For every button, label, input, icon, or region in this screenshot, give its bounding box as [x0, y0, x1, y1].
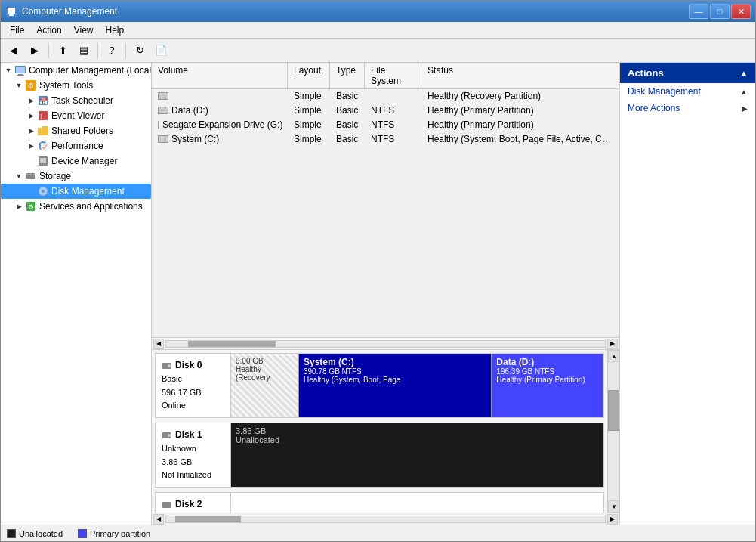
sidebar-item-storage[interactable]: ▼ Storage — [1, 169, 151, 184]
cell-volume-1 — [152, 91, 288, 101]
menu-file[interactable]: File — [4, 23, 30, 37]
disk-2-title: Disk 2 — [162, 497, 224, 512]
disk-icon-1 — [158, 92, 168, 100]
menu-view[interactable]: View — [68, 23, 100, 37]
close-button[interactable]: ✕ — [731, 4, 751, 19]
sidebar-item-shared-folders[interactable]: ▶ Shared Folders — [1, 123, 151, 138]
vscroll-track[interactable] — [608, 362, 619, 500]
sidebar-item-event-viewer[interactable]: ▶ ! Event Viewer — [1, 108, 151, 123]
sidebar-item-system-tools[interactable]: ▼ ⚙ System Tools — [1, 78, 151, 93]
col-volume[interactable]: Volume — [152, 63, 288, 88]
svg-rect-5 — [18, 74, 23, 75]
toolbar-separator-2 — [97, 43, 98, 58]
menubar: File Action View Help — [1, 22, 755, 39]
system-partition-size: 390.78 GB NTFS — [304, 367, 486, 376]
disk-1-icon — [162, 430, 172, 441]
disk-management-label: Disk Management — [51, 186, 125, 197]
disk-0-data-partition[interactable]: Data (D:) 196.39 GB NTFS Healthy (Primar… — [492, 354, 603, 417]
hscroll-right-button[interactable]: ▶ — [607, 339, 618, 349]
menu-action[interactable]: Action — [30, 23, 67, 37]
refresh-button[interactable]: ↻ — [130, 42, 150, 60]
menu-help[interactable]: Help — [100, 23, 131, 37]
table-row[interactable]: Data (D:) Simple Basic NTFS Healthy (Pri… — [152, 104, 619, 118]
disk-2-partitions — [231, 493, 603, 513]
cell-status-1: Healthy (Recovery Partition) — [421, 89, 619, 103]
actions-more-label: More Actions — [628, 103, 680, 113]
storage-icon — [25, 170, 37, 182]
show-hide-button[interactable]: ▤ — [74, 42, 94, 60]
col-type[interactable]: Type — [330, 63, 365, 88]
table-header: Volume Layout Type File System Status — [152, 63, 619, 89]
vscroll-down-button[interactable]: ▼ — [608, 500, 619, 513]
disk-view-container: Disk 0 Basic 596.17 GB Online 9.00 GB He… — [152, 350, 619, 513]
main-hscroll-track[interactable] — [165, 516, 606, 523]
table-row[interactable]: Seagate Expansion Drive (G:) Simple Basi… — [152, 118, 619, 132]
unalloc-label: Unallocated — [236, 435, 598, 444]
hscroll-track[interactable] — [165, 340, 606, 348]
window-title: Computer Management — [22, 6, 689, 17]
titlebar: Computer Management — □ ✕ — [1, 1, 755, 22]
sidebar-item-services-apps[interactable]: ▶ ⚙ Services and Applications — [1, 199, 151, 214]
svg-point-20 — [42, 190, 45, 193]
help-button[interactable]: ? — [102, 42, 122, 60]
sidebar-item-task-scheduler[interactable]: ▶ 📅 Task Scheduler — [1, 93, 151, 108]
actions-header[interactable]: Actions ▲ — [620, 63, 755, 83]
expand-arrow-task-scheduler: ▶ — [25, 94, 37, 107]
table-area: Volume Layout Type File System Status Si… — [152, 63, 619, 350]
export-button[interactable]: 📄 — [151, 42, 171, 60]
content-area: Volume Layout Type File System Status Si… — [152, 63, 619, 525]
toolbar-separator-1 — [48, 43, 49, 58]
expand-arrow-event-viewer: ▶ — [25, 110, 37, 122]
up-button[interactable]: ⬆ — [53, 42, 73, 60]
legend-unalloc-box — [7, 529, 16, 538]
table-row[interactable]: Simple Basic Healthy (Recovery Partition… — [152, 89, 619, 104]
col-filesystem[interactable]: File System — [365, 63, 421, 88]
cell-status-2: Healthy (Primary Partition) — [421, 104, 619, 117]
forward-button[interactable]: ▶ — [25, 42, 45, 60]
maximize-button[interactable]: □ — [710, 4, 730, 19]
sidebar: ▼ Computer Management (Local ▼ ⚙ System … — [1, 63, 151, 525]
legend-primary-label: Primary partition — [90, 529, 150, 538]
actions-disk-management-label: Disk Management — [628, 86, 701, 97]
vscroll-up-button[interactable]: ▲ — [608, 350, 619, 362]
sidebar-item-device-manager[interactable]: ▶ Device Manager — [1, 153, 151, 169]
actions-more-actions-item[interactable]: More Actions ▶ — [620, 100, 755, 116]
legend-unalloc-label: Unallocated — [19, 529, 63, 538]
disk-1-unalloc-partition[interactable]: 3.86 GB Unallocated — [231, 423, 603, 487]
disk-0-info: Disk 0 Basic 596.17 GB Online — [156, 354, 231, 417]
disk-0-row: Disk 0 Basic 596.17 GB Online 9.00 GB He… — [155, 353, 604, 418]
svg-point-26 — [168, 434, 171, 437]
disk-view-vscrollbar: ▲ ▼ — [607, 350, 619, 513]
cell-layout-2: Simple — [288, 104, 330, 117]
shared-folders-icon — [37, 125, 49, 137]
svg-rect-2 — [9, 14, 14, 16]
disk-0-system-partition[interactable]: System (C:) 390.78 GB NTFS Healthy (Syst… — [299, 354, 492, 417]
cell-fs-2: NTFS — [365, 104, 421, 117]
expand-arrow-services-apps: ▶ — [13, 200, 25, 212]
main-hscroll-right-button[interactable]: ▶ — [607, 514, 618, 525]
table-row[interactable]: System (C:) Simple Basic NTFS Healthy (S… — [152, 132, 619, 147]
col-status[interactable]: Status — [421, 63, 619, 88]
sidebar-item-root[interactable]: ▼ Computer Management (Local — [1, 63, 151, 78]
svg-text:⚙: ⚙ — [27, 82, 34, 90]
col-layout[interactable]: Layout — [288, 63, 330, 88]
disk-0-recovery-partition[interactable]: 9.00 GB Healthy (Recovery — [231, 354, 299, 417]
sidebar-item-disk-management[interactable]: ▶ Disk Management — [1, 184, 151, 199]
table-hscrollbar: ◀ ▶ — [152, 337, 619, 349]
cell-volume-3: Seagate Expansion Drive (G:) — [152, 118, 288, 132]
disk-2-icon — [162, 500, 172, 510]
app-icon — [5, 5, 17, 17]
disk-1-type: Unknown — [162, 442, 224, 456]
actions-disk-management-item[interactable]: Disk Management ▲ — [620, 83, 755, 100]
hscroll-left-button[interactable]: ◀ — [153, 339, 164, 349]
minimize-button[interactable]: — — [689, 4, 708, 19]
disk-1-info: Disk 1 Unknown 3.86 GB Not Initialized — [156, 423, 231, 487]
back-button[interactable]: ◀ — [4, 42, 23, 60]
event-viewer-icon: ! — [37, 110, 49, 122]
table-body: Simple Basic Healthy (Recovery Partition… — [152, 89, 619, 337]
sidebar-item-performance[interactable]: ▶ 📈 Performance — [1, 138, 151, 153]
expand-arrow-performance: ▶ — [25, 140, 37, 152]
main-hscroll-left-button[interactable]: ◀ — [153, 514, 164, 525]
legend-primary: Primary partition — [78, 529, 150, 538]
event-viewer-label: Event Viewer — [51, 110, 104, 121]
